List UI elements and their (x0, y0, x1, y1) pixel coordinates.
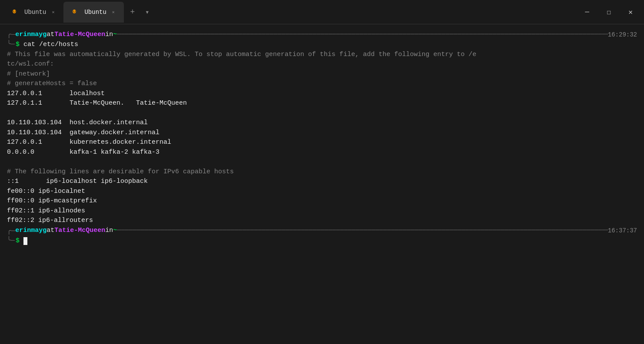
svg-point-5 (75, 10, 76, 11)
output-line-13: fe00::0 ip6-localnet (7, 187, 637, 197)
command-text-1: cat /etc/hosts (20, 40, 78, 50)
terminal-content: ╭─ erinmayg at Tatie-McQueen in ~ ──────… (0, 24, 644, 344)
prompt-arc-cmd-1: ╰─ (7, 40, 15, 50)
output-line-16: ff02::2 ip6-allrouters (7, 216, 637, 226)
svg-point-4 (73, 10, 74, 11)
output-line-11: # The following lines are desirable for … (7, 167, 637, 177)
linux-icon-2 (70, 8, 78, 16)
empty-line-1 (7, 109, 637, 119)
tab-dropdown-button[interactable]: ▾ (140, 5, 154, 19)
plus-icon: + (130, 8, 135, 17)
prompt-host-2: Tatie-McQueen (54, 226, 105, 236)
output-line-3: # [network] (7, 69, 637, 79)
prompt-tilde-2: ~ (113, 226, 117, 236)
output-line-7: 10.110.103.104 host.docker.internal (7, 118, 637, 128)
terminal-cursor (23, 237, 27, 245)
tab-ubuntu-1[interactable]: Ubuntu ✕ (3, 2, 63, 23)
svg-point-1 (13, 10, 14, 11)
prompt-tilde-1: ~ (113, 30, 117, 40)
command-line-2: ╰─ $ (7, 236, 637, 246)
prompt-line-2: ╭─ erinmayg at Tatie-McQueen in ~ ──────… (7, 226, 637, 236)
output-line-15: ff02::1 ip6-allnodes (7, 206, 637, 216)
tab-close-1[interactable]: ✕ (50, 9, 56, 16)
close-button[interactable]: ✕ (621, 5, 641, 19)
add-tab-button[interactable]: + (126, 5, 139, 19)
output-line-9: 127.0.0.1 kubernetes.docker.internal (7, 138, 637, 148)
tab-label-1: Ubuntu (24, 9, 46, 16)
output-line-1: # This file was automatically generated … (7, 50, 637, 60)
prompt-arc-2: ╭─ (7, 226, 15, 236)
output-line-5: 127.0.0.1 localhost (7, 89, 637, 99)
prompt-dollar-2: $ (16, 236, 20, 246)
tab-ubuntu-2[interactable]: Ubuntu ✕ (63, 2, 123, 23)
empty-line-2 (7, 157, 637, 167)
titlebar: Ubuntu ✕ Ubuntu ✕ + ▾ — ☐ ✕ (0, 0, 644, 24)
chevron-down-icon: ▾ (145, 8, 149, 17)
prompt-at-1: at (46, 30, 54, 40)
output-line-10: 0.0.0.0 kafka-1 kafka-2 kafka-3 (7, 148, 637, 158)
output-line-12: ::1 ip6-localhost ip6-loopback (7, 177, 637, 187)
tab-close-2[interactable]: ✕ (110, 9, 117, 16)
prompt-dollar-1: $ (16, 40, 20, 50)
window-controls: — ☐ ✕ (577, 5, 641, 19)
close-icon: ✕ (628, 8, 633, 17)
prompt-time-2: 16:37:37 (608, 226, 637, 235)
prompt-user-2: erinmayg (15, 226, 46, 236)
command-text-2 (20, 236, 23, 246)
prompt-dash-1: ────────────────────────────────────────… (117, 30, 607, 40)
prompt-in-1: in (105, 30, 113, 40)
prompt-user-1: erinmayg (15, 30, 46, 40)
tab-label-2: Ubuntu (84, 9, 106, 16)
output-line-4: # generateHosts = false (7, 79, 637, 89)
svg-point-2 (15, 10, 16, 11)
output-line-8: 10.110.103.104 gateway.docker.internal (7, 128, 637, 138)
prompt-in-2: in (105, 226, 113, 236)
prompt-host-1: Tatie-McQueen (54, 30, 105, 40)
prompt-line-1: ╭─ erinmayg at Tatie-McQueen in ~ ──────… (7, 30, 637, 40)
prompt-arc-cmd-2: ╰─ (7, 236, 15, 246)
output-line-14: ff00::0 ip6-mcastprefix (7, 196, 637, 206)
maximize-button[interactable]: ☐ (599, 5, 619, 19)
prompt-time-1: 16:29:32 (608, 30, 637, 40)
maximize-icon: ☐ (607, 8, 611, 17)
linux-icon-1 (10, 8, 18, 16)
minimize-button[interactable]: — (577, 5, 597, 19)
output-line-2: tc/wsl.conf: (7, 60, 637, 69)
prompt-at-2: at (46, 226, 54, 236)
output-line-6: 127.0.1.1 Tatie-McQueen. Tatie-McQueen (7, 99, 637, 109)
prompt-arc-1: ╭─ (7, 30, 15, 40)
command-line-1: ╰─ $ cat /etc/hosts (7, 40, 637, 50)
minimize-icon: — (585, 8, 589, 16)
prompt-dash-2: ────────────────────────────────────────… (117, 226, 607, 236)
